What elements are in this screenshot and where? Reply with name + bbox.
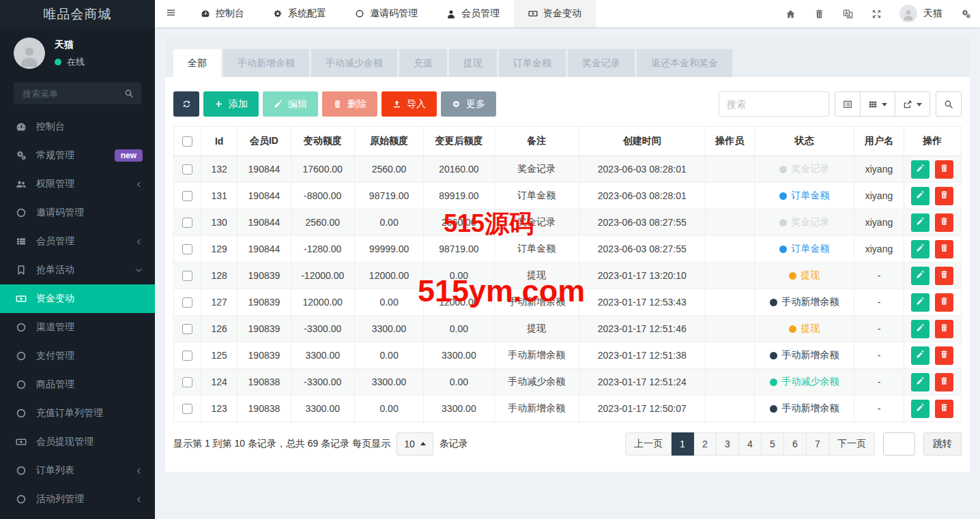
row-delete-button[interactable]	[935, 346, 953, 365]
trash-icon[interactable]	[805, 0, 833, 27]
sidebar-item-8[interactable]: 支付管理	[0, 342, 155, 370]
import-button[interactable]: 导入	[381, 91, 437, 117]
cell-status: 订单金额	[754, 236, 854, 263]
cell-operator	[705, 369, 754, 396]
sidebar-item-11[interactable]: 会员提现管理	[0, 428, 155, 456]
row-delete-button[interactable]	[935, 160, 953, 179]
row-edit-button[interactable]	[911, 213, 929, 232]
page-button-5[interactable]: 5	[762, 432, 784, 456]
cell-original-amount: 2560.00	[354, 156, 423, 183]
refresh-button[interactable]	[173, 91, 199, 117]
sidebar-toggle-button[interactable]	[155, 0, 186, 27]
detail-view-button[interactable]	[835, 91, 861, 117]
row-checkbox[interactable]	[182, 377, 192, 387]
page-button-6[interactable]: 6	[784, 432, 807, 456]
circle-icon	[355, 9, 364, 18]
jump-page-input[interactable]	[883, 432, 915, 456]
sidebar-item-3[interactable]: 邀请码管理	[0, 198, 155, 227]
topbar-tab-3[interactable]: 会员管理	[432, 0, 514, 27]
settings-gear-icon[interactable]	[951, 0, 980, 27]
row-edit-button[interactable]	[911, 320, 929, 338]
row-edit-button[interactable]	[911, 267, 929, 285]
sidebar-item-0[interactable]: 控制台	[0, 113, 155, 141]
sidebar-search-input[interactable]	[21, 88, 124, 100]
row-edit-button[interactable]	[911, 346, 929, 365]
row-checkbox[interactable]	[182, 324, 192, 334]
filter-tab-5[interactable]: 订单金额	[499, 49, 566, 77]
prev-page-button[interactable]: 上一页	[625, 432, 672, 456]
row-checkbox[interactable]	[182, 297, 192, 308]
sidebar-item-7[interactable]: 渠道管理	[0, 313, 155, 342]
row-edit-button[interactable]	[911, 187, 929, 205]
row-checkbox[interactable]	[182, 404, 192, 414]
topbar-tab-2[interactable]: 邀请码管理	[341, 0, 432, 27]
edit-button[interactable]: 编辑	[263, 91, 318, 117]
select-all-checkbox[interactable]	[182, 136, 192, 147]
filter-tab-3[interactable]: 充值	[399, 49, 447, 77]
page-button-4[interactable]: 4	[739, 432, 762, 456]
row-checkbox[interactable]	[182, 218, 192, 228]
filter-tab-6[interactable]: 奖金记录	[568, 49, 635, 77]
filter-tab-4[interactable]: 提现	[449, 49, 497, 77]
cell-original-amount: 0.00	[354, 396, 423, 422]
row-delete-button[interactable]	[935, 373, 953, 391]
row-edit-button[interactable]	[911, 160, 929, 179]
row-delete-button[interactable]	[935, 400, 953, 418]
sidebar-item-6[interactable]: 资金变动	[0, 284, 155, 313]
row-checkbox[interactable]	[182, 244, 192, 254]
row-delete-button[interactable]	[935, 267, 953, 285]
advanced-search-button[interactable]	[936, 91, 962, 117]
translate-icon[interactable]	[833, 0, 862, 27]
sidebar-item-13[interactable]: 活动列管理	[0, 485, 155, 514]
sidebar-item-2[interactable]: 权限管理	[0, 170, 155, 198]
more-button[interactable]: 更多	[441, 91, 496, 117]
topbar-tab-4[interactable]: 资金变动	[514, 0, 596, 27]
row-delete-button[interactable]	[935, 187, 953, 205]
page-button-7[interactable]: 7	[807, 432, 829, 456]
sidebar-item-9[interactable]: 商品管理	[0, 370, 155, 399]
page-size-select[interactable]: 10	[397, 432, 433, 456]
row-checkbox[interactable]	[182, 191, 192, 201]
columns-button[interactable]	[861, 91, 895, 117]
row-delete-button[interactable]	[935, 213, 953, 232]
export-button[interactable]	[895, 91, 930, 117]
sidebar-item-10[interactable]: 充值订单列管理	[0, 399, 155, 428]
cell-after-amount: 3300.00	[424, 396, 494, 422]
row-edit-button[interactable]	[911, 240, 929, 258]
row-checkbox[interactable]	[182, 164, 192, 175]
filter-tab-0[interactable]: 全部	[173, 49, 221, 77]
jump-button[interactable]: 跳转	[923, 432, 962, 456]
filter-tab-1[interactable]: 手动新增余额	[223, 49, 309, 77]
table-search-input[interactable]	[719, 91, 829, 117]
topbar-tab-1[interactable]: 系统配置	[259, 0, 341, 27]
row-checkbox[interactable]	[182, 351, 192, 361]
row-edit-button[interactable]	[911, 373, 929, 391]
topbar-tab-0[interactable]: 控制台	[186, 0, 259, 27]
page-button-2[interactable]: 2	[694, 432, 717, 456]
fullscreen-icon[interactable]	[862, 0, 891, 27]
home-icon[interactable]	[776, 0, 805, 27]
page-button-1[interactable]: 1	[672, 432, 694, 456]
page-button-3[interactable]: 3	[717, 432, 739, 456]
filter-tab-7[interactable]: 返还本金和奖金	[637, 49, 732, 77]
cell-created-time: 2023-01-17 12:50:07	[579, 396, 705, 422]
row-edit-button[interactable]	[911, 400, 929, 418]
add-button[interactable]: 添加	[203, 91, 259, 117]
sidebar-item-12[interactable]: 订单列表	[0, 456, 155, 485]
cell-status: 手动新增余额	[754, 396, 854, 422]
next-page-button[interactable]: 下一页	[829, 432, 875, 456]
circle-icon	[15, 465, 27, 476]
sidebar-item-4[interactable]: 会员管理	[0, 227, 155, 256]
row-delete-button[interactable]	[935, 240, 953, 258]
pencil-icon	[916, 297, 925, 308]
sidebar-item-1[interactable]: 常规管理 new	[0, 141, 155, 170]
user-name: 天猫	[55, 39, 85, 51]
row-edit-button[interactable]	[911, 293, 929, 312]
row-delete-button[interactable]	[935, 293, 953, 312]
topbar-user[interactable]: 天猫	[891, 5, 951, 23]
filter-tab-2[interactable]: 手动减少余额	[311, 49, 397, 77]
sidebar-item-5[interactable]: 抢单活动	[0, 256, 155, 284]
delete-button[interactable]: 删除	[322, 91, 377, 117]
row-checkbox[interactable]	[182, 271, 192, 281]
row-delete-button[interactable]	[935, 320, 953, 338]
